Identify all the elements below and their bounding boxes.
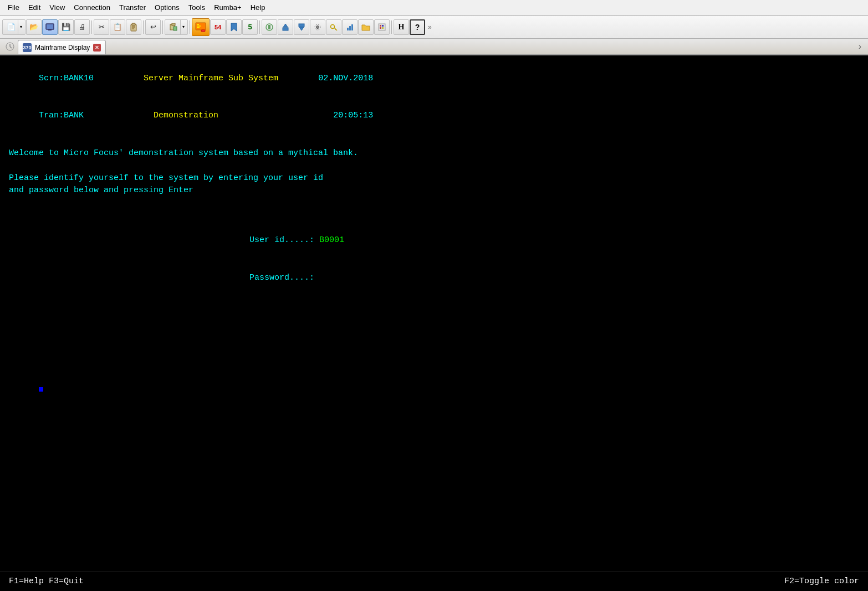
target-btn[interactable]: [374, 19, 390, 35]
svg-rect-14: [201, 30, 205, 32]
blank6: [9, 309, 859, 322]
menu-file[interactable]: File: [3, 2, 24, 13]
date-value: 02.NOV.2018: [318, 74, 373, 83]
cursor-indicator: [39, 387, 43, 392]
terminal-display[interactable]: Scrn:BANK10 Server Mainframe Sub System …: [0, 55, 868, 591]
blank5: [9, 297, 859, 310]
tab-label: Mainframe Display: [35, 44, 90, 52]
menu-tools[interactable]: Tools: [184, 2, 210, 13]
cursor-line: [9, 372, 859, 409]
new-icon: 📄: [4, 20, 18, 34]
sep5: [259, 20, 260, 34]
svg-rect-1: [48, 29, 52, 30]
menu-bar: File Edit View Connection Transfer Optio…: [0, 0, 868, 16]
menu-transfer[interactable]: Transfer: [115, 2, 150, 13]
menu-connection[interactable]: Connection: [69, 2, 115, 13]
svg-line-36: [10, 47, 12, 48]
blank15: [9, 459, 859, 471]
blank12: [9, 422, 859, 434]
status-bar: F1=Help F3=Quit F2=Toggle color: [0, 572, 868, 592]
blank20: [9, 521, 859, 534]
settings-btn[interactable]: [310, 19, 325, 35]
stats-btn[interactable]: [342, 19, 358, 35]
key-btn[interactable]: [326, 19, 341, 35]
svg-rect-19: [299, 24, 304, 27]
menu-edit[interactable]: Edit: [24, 2, 45, 13]
blank7: [9, 322, 859, 335]
svg-rect-30: [380, 25, 381, 27]
save-btn[interactable]: 💾: [58, 19, 74, 35]
blank2: [9, 160, 859, 172]
blank1: [9, 135, 859, 147]
blank21: [9, 533, 859, 546]
tran-value: BANK: [64, 111, 84, 120]
help-btn[interactable]: ?: [410, 19, 425, 35]
blank16: [9, 471, 859, 484]
cut-btn[interactable]: ✂: [94, 19, 109, 35]
num5-btn[interactable]: 5: [242, 19, 258, 35]
svg-point-21: [316, 25, 319, 28]
tab-icon: 370: [23, 43, 32, 52]
sep3: [162, 20, 163, 34]
userid-value[interactable]: B0001: [319, 235, 344, 245]
paste-special-btn[interactable]: ▾: [165, 19, 188, 35]
active-connection-btn[interactable]: [192, 18, 210, 36]
status-right: F2=Toggle color: [784, 575, 859, 588]
toolbar-overflow[interactable]: »: [428, 23, 432, 31]
password-label: Password....:: [249, 273, 319, 282]
menu-rumbaplus[interactable]: Rumba+: [210, 2, 246, 13]
folder-btn[interactable]: [358, 19, 374, 35]
mainframe-display-tab[interactable]: 370 Mainframe Display ✕: [18, 40, 106, 54]
svg-rect-32: [382, 25, 384, 27]
blank22: [9, 546, 859, 559]
new-dropdown-arrow: ▾: [18, 20, 23, 34]
tran-spacing: [84, 111, 154, 120]
paste-special-arrow: ▾: [180, 20, 186, 34]
blank17: [9, 484, 859, 496]
tab-close-btn[interactable]: ✕: [93, 44, 101, 52]
sep1: [91, 20, 92, 34]
please-line1: Please identify yourself to the system b…: [9, 172, 859, 185]
time-spacing: [218, 111, 333, 120]
copy-btn[interactable]: 📋: [110, 19, 125, 35]
scrn-label: Scrn:: [39, 74, 64, 83]
terminal-area: Scrn:BANK10 Server Mainframe Sub System …: [0, 55, 868, 591]
menu-help[interactable]: Help: [246, 2, 270, 13]
bookmark-btn[interactable]: [226, 19, 242, 35]
svg-rect-9: [173, 27, 177, 30]
blank9: [9, 347, 859, 359]
sep2: [143, 20, 144, 34]
svg-line-25: [335, 29, 336, 30]
blank8: [9, 334, 859, 347]
paste-btn[interactable]: [126, 19, 141, 35]
sep6: [391, 20, 392, 34]
hotspot-btn[interactable]: [262, 19, 277, 35]
blank19: [9, 508, 859, 521]
print-btn[interactable]: 🖨: [74, 19, 90, 35]
upload-btn[interactable]: [278, 19, 293, 35]
sep4: [190, 20, 190, 34]
menu-view[interactable]: View: [45, 2, 69, 13]
display-btn[interactable]: [42, 19, 58, 35]
svg-rect-0: [46, 24, 54, 29]
svg-rect-33: [382, 27, 384, 29]
time-value: 20:05:13: [333, 111, 373, 120]
undo-btn[interactable]: ↩: [145, 19, 161, 35]
blank18: [9, 496, 859, 509]
svg-rect-28: [351, 24, 353, 30]
welcome-line: Welcome to Micro Focus' demonstration sy…: [9, 147, 859, 160]
scrn-line: Scrn:BANK10 Server Mainframe Sub System …: [9, 60, 859, 97]
open-btn[interactable]: 📂: [26, 19, 42, 35]
tran-line: Tran:BANK Demonstration 20:05:13: [9, 97, 859, 135]
font-btn[interactable]: H: [394, 19, 409, 35]
tab-scroll-right[interactable]: ›: [856, 42, 864, 52]
tab-bar-left-icon[interactable]: [4, 41, 16, 52]
download-btn[interactable]: [294, 19, 309, 35]
new-dropdown-btn[interactable]: 📄 ▾: [2, 19, 25, 35]
tran-label: Tran:: [39, 111, 64, 120]
svg-rect-16: [268, 25, 270, 29]
blank11: [9, 409, 859, 422]
macro-54-btn[interactable]: 54: [210, 19, 226, 35]
menu-options[interactable]: Options: [150, 2, 184, 13]
userid-line: User id.....: B0001: [9, 222, 859, 260]
